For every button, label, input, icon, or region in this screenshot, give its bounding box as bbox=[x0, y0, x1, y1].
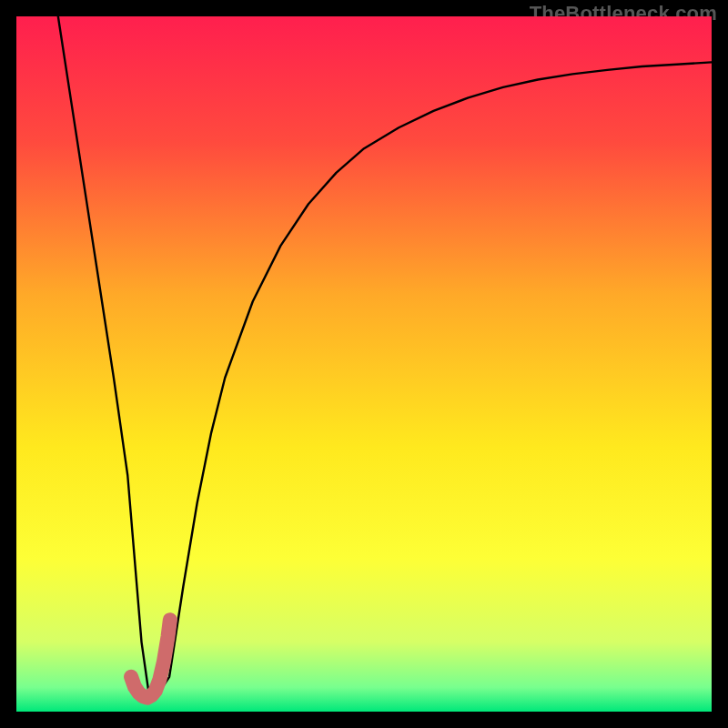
plot-svg bbox=[16, 16, 712, 712]
gradient-background bbox=[16, 16, 712, 712]
bottleneck-plot bbox=[16, 16, 712, 712]
chart-frame: TheBottleneck.com bbox=[0, 0, 728, 728]
